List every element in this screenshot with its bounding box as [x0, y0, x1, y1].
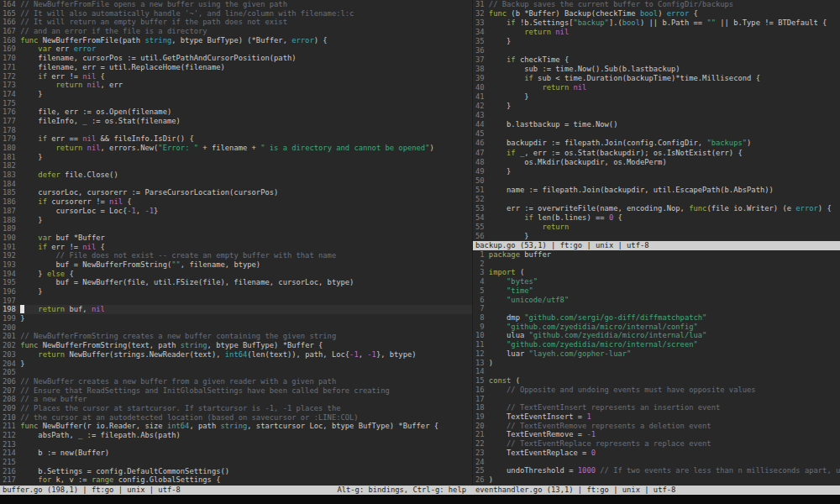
code-line[interactable]: 55 return	[475, 223, 840, 232]
code-line[interactable]: 182	[3, 161, 472, 171]
code-line[interactable]: 4 "bytes"	[475, 277, 840, 286]
code-line[interactable]: 180 return nil, errors.New("Error: " + f…	[3, 144, 472, 153]
code-line[interactable]: 187 cursorLoc = Loc{-1, -1}	[3, 207, 472, 216]
code-line[interactable]: 7	[475, 304, 840, 313]
code-line[interactable]: 15const (	[475, 376, 840, 386]
code-line[interactable]: 196 }	[3, 287, 472, 297]
code-line[interactable]: 31// Backup saves the current buffer to …	[475, 0, 840, 9]
code-line[interactable]: 166// It will return an empty buffer if …	[3, 18, 472, 27]
code-line[interactable]: 5 "time"	[475, 286, 840, 296]
code-line[interactable]: 42 }	[475, 102, 840, 111]
code-line[interactable]: 198 return buf, nil	[3, 305, 472, 314]
code-line[interactable]: 10 ulua "github.com/zyedidia/micro/inter…	[475, 331, 840, 340]
code-line[interactable]: 169 var err error	[3, 45, 472, 54]
code-line[interactable]: 35 }	[475, 37, 840, 46]
code-line[interactable]: 26)	[475, 475, 840, 485]
code-line[interactable]: 33 if !b.Settings["backup"].(bool) || b.…	[475, 18, 840, 28]
code-line[interactable]: 32func (b *Buffer) Backup(checkTime bool…	[475, 9, 840, 18]
code-line[interactable]: 170 filename, cursorPos := util.GetPathA…	[3, 54, 472, 63]
code-line[interactable]: 200	[3, 323, 472, 333]
code-line[interactable]: 48 os.Mkdir(backupdir, os.ModePerm)	[475, 158, 840, 167]
code-line[interactable]: 206// NewBuffer creates a new buffer fro…	[3, 377, 472, 386]
code-line[interactable]: 197	[3, 297, 472, 306]
code-line[interactable]: 8 dmp "github.com/sergi/go-diff/diffmatc…	[475, 313, 840, 323]
code-line[interactable]: 165// It will also automatically handle …	[3, 9, 472, 18]
code-line[interactable]: 51 name := filepath.Join(backupdir, util…	[475, 186, 840, 195]
code-line[interactable]: 44 b.lastbackup = time.Now()	[475, 120, 840, 129]
code-line[interactable]: 171 filename, err = util.ReplaceHome(fil…	[3, 63, 472, 72]
code-line[interactable]: 215	[3, 458, 472, 467]
code-line[interactable]: 188 }	[3, 216, 472, 225]
code-line[interactable]: 16 // Opposite and undoing events must h…	[475, 386, 840, 395]
code-line[interactable]: 216 b.Settings = config.DefaultCommonSet…	[3, 467, 472, 476]
code-line[interactable]: 11 "github.com/zyedidia/micro/internal/s…	[475, 340, 840, 349]
code-line[interactable]: 191 if err != nil {	[3, 243, 472, 252]
code-line[interactable]: 38 sub := time.Now().Sub(b.lastbackup)	[475, 65, 840, 74]
code-line[interactable]: 172 if err != nil {	[3, 72, 472, 81]
code-line[interactable]: 208// a new buffer	[3, 395, 472, 404]
code-line[interactable]: 205	[3, 368, 472, 377]
editor-pane-backup-go[interactable]: 31// Backup saves the current buffer to …	[473, 0, 840, 241]
code-line[interactable]: 181 }	[3, 153, 472, 162]
code-line[interactable]: 1package buffer	[475, 250, 840, 260]
code-line[interactable]: 18 // TextEventInsert represents an inse…	[475, 403, 840, 412]
code-line[interactable]: 54 if len(b.lines) == 0 {	[475, 213, 840, 223]
editor-pane-eventhandler-go[interactable]: 1package buffer23import (4 "bytes"5 "tim…	[473, 250, 840, 486]
code-line[interactable]: 19 TextEventInsert = 1	[475, 412, 840, 422]
code-line[interactable]: 6 "unicode/utf8"	[475, 296, 840, 305]
code-line[interactable]: 179 if err == nil && fileInfo.IsDir() {	[3, 134, 472, 144]
code-line[interactable]: 210// the cursor at an autodetected loca…	[3, 413, 472, 423]
code-line[interactable]: 34 return nil	[475, 28, 840, 37]
code-line[interactable]: 184	[3, 180, 472, 189]
command-line[interactable]	[0, 495, 840, 504]
code-line[interactable]: 183 defer file.Close()	[3, 171, 472, 180]
code-line[interactable]: 167// and an error if the file is a dire…	[3, 27, 472, 36]
code-line[interactable]: 39 if sub < time.Duration(backupTime)*ti…	[475, 74, 840, 83]
code-line[interactable]: 214 b := new(Buffer)	[3, 449, 472, 458]
code-line[interactable]: 13)	[475, 359, 840, 368]
code-line[interactable]: 25 undoThreshold = 1000 // If two events…	[475, 466, 840, 475]
code-line[interactable]: 46 backupdir := filepath.Join(config.Con…	[475, 139, 840, 148]
code-line[interactable]: 186 if cursorerr != nil {	[3, 197, 472, 207]
code-line[interactable]: 56 }	[475, 232, 840, 241]
code-line[interactable]: 43	[475, 111, 840, 120]
code-line[interactable]: 174 }	[3, 90, 472, 99]
code-line[interactable]: 45	[475, 129, 840, 139]
code-line[interactable]: 178	[3, 126, 472, 135]
code-line[interactable]: 203 return NewBuffer(strings.NewReader(t…	[3, 350, 472, 360]
code-line[interactable]: 20 // TextEventRemove represents a delet…	[475, 422, 840, 431]
code-line[interactable]: 14	[475, 367, 840, 376]
code-line[interactable]: 190 var buf *Buffer	[3, 234, 472, 243]
code-line[interactable]: 49 }	[475, 167, 840, 176]
code-line[interactable]: 176 file, err := os.Open(filename)	[3, 108, 472, 117]
code-line[interactable]: 193 buf = NewBufferFromString("", filena…	[3, 260, 472, 270]
code-line[interactable]: 201// NewBufferFromString creates a new …	[3, 332, 472, 341]
code-line[interactable]: 22 // TextEventReplace represents a repl…	[475, 439, 840, 449]
code-line[interactable]: 175	[3, 99, 472, 108]
code-line[interactable]: 12 luar "layeh.com/gopher-luar"	[475, 349, 840, 359]
code-line[interactable]: 9 "github.com/zyedidia/micro/internal/co…	[475, 323, 840, 332]
code-line[interactable]: 204}	[3, 360, 472, 369]
code-line[interactable]: 185 cursorLoc, cursorerr := ParseCursorL…	[3, 188, 472, 197]
code-line[interactable]: 189	[3, 224, 472, 234]
code-line[interactable]: 53 err := overwriteFile(name, encoding.N…	[475, 204, 840, 213]
code-line[interactable]: 164// NewBufferFromFile opens a new buff…	[3, 0, 472, 9]
code-line[interactable]: 47 if _, err := os.Stat(backupdir); os.I…	[475, 149, 840, 158]
code-line[interactable]: 194 } else {	[3, 270, 472, 279]
code-line[interactable]: 207// Ensure that ReadSettings and InitG…	[3, 386, 472, 396]
code-line[interactable]: 211func NewBuffer(r io.Reader, size int6…	[3, 422, 472, 431]
code-line[interactable]: 3import (	[475, 268, 840, 277]
code-line[interactable]: 23 TextEventReplace = 0	[475, 449, 840, 458]
code-line[interactable]: 2	[475, 260, 840, 269]
code-line[interactable]: 52	[475, 195, 840, 204]
code-line[interactable]: 168func NewBufferFromFile(path string, b…	[3, 36, 472, 45]
code-line[interactable]: 41 }	[475, 92, 840, 102]
code-line[interactable]: 50	[475, 176, 840, 186]
code-line[interactable]: 37 if checkTime {	[475, 55, 840, 65]
code-line[interactable]: 213	[3, 440, 472, 449]
code-line[interactable]: 173 return nil, err	[3, 81, 472, 90]
code-line[interactable]: 24	[475, 458, 840, 467]
code-line[interactable]: 17	[475, 395, 840, 404]
code-line[interactable]: 21 TextEventRemove = -1	[475, 430, 840, 439]
code-line[interactable]: 40 return nil	[475, 83, 840, 92]
